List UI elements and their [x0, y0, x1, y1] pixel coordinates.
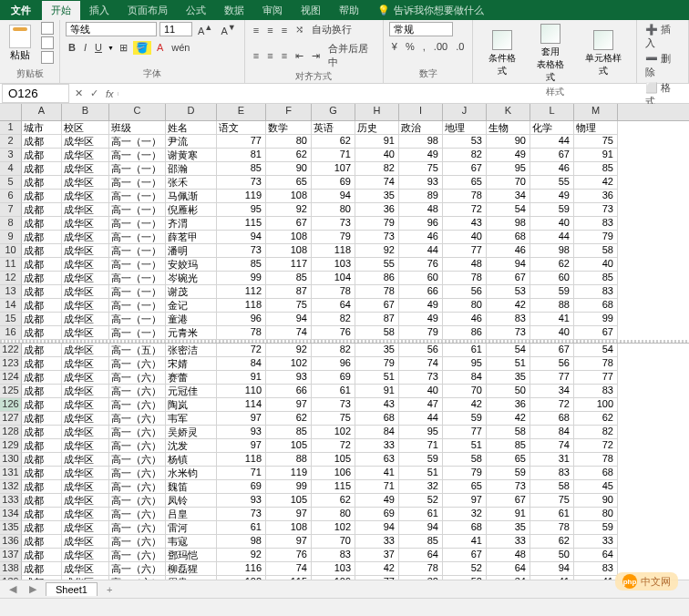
- cell[interactable]: 42: [574, 176, 618, 190]
- row-header[interactable]: 12: [0, 272, 22, 285]
- cell[interactable]: 67: [530, 344, 574, 357]
- cell[interactable]: 吴娇灵: [166, 426, 217, 439]
- cell[interactable]: 40: [530, 326, 574, 340]
- col-header-I[interactable]: I: [399, 104, 443, 120]
- cell[interactable]: 73: [312, 398, 355, 412]
- cell[interactable]: 97: [217, 439, 266, 453]
- row-header[interactable]: 15: [0, 313, 22, 326]
- cell[interactable]: 108: [266, 521, 312, 535]
- cell[interactable]: 34: [487, 190, 530, 203]
- cell[interactable]: 67: [266, 217, 312, 231]
- align-right-icon[interactable]: ≡: [279, 49, 290, 62]
- cell[interactable]: 93: [217, 494, 266, 508]
- cell[interactable]: 75: [574, 135, 618, 149]
- cell[interactable]: 元青米: [166, 326, 217, 340]
- cell[interactable]: 71: [399, 439, 443, 453]
- cell[interactable]: 83: [574, 562, 618, 576]
- cell[interactable]: 58: [487, 426, 530, 439]
- cell[interactable]: 83: [312, 549, 355, 562]
- cell[interactable]: 陶岚: [166, 398, 217, 412]
- cell[interactable]: 85: [574, 272, 618, 285]
- cell[interactable]: 76: [312, 326, 355, 340]
- font-color-button[interactable]: A: [154, 41, 166, 54]
- cell[interactable]: 雷河: [166, 521, 217, 535]
- cell[interactable]: 103: [312, 258, 355, 272]
- cell[interactable]: 金记: [166, 299, 217, 313]
- cell[interactable]: 张禾: [166, 176, 217, 190]
- cell[interactable]: 77: [530, 371, 574, 385]
- cell[interactable]: 成都: [22, 176, 62, 190]
- cell[interactable]: 成都: [22, 149, 62, 162]
- cell[interactable]: 59: [530, 285, 574, 299]
- cell[interactable]: 71: [355, 480, 399, 494]
- cell[interactable]: 成都: [22, 385, 62, 398]
- cell[interactable]: 83: [574, 285, 618, 299]
- cell[interactable]: 80: [443, 299, 487, 313]
- cell[interactable]: 78: [312, 285, 355, 299]
- cell[interactable]: 成都: [22, 285, 62, 299]
- cell[interactable]: 成华区: [62, 453, 109, 467]
- cell[interactable]: 高一（一）: [109, 149, 166, 162]
- delete-cells-button[interactable]: ➖ 删除: [643, 51, 683, 80]
- cell[interactable]: 尹流: [166, 135, 217, 149]
- cell[interactable]: 67: [443, 549, 487, 562]
- cancel-icon[interactable]: ✕: [71, 87, 87, 99]
- col-header-E[interactable]: E: [217, 104, 266, 120]
- cell[interactable]: 76: [266, 549, 312, 562]
- cell[interactable]: 94: [312, 190, 355, 203]
- row-header[interactable]: 137: [0, 549, 22, 562]
- cell[interactable]: 83: [487, 313, 530, 326]
- cell[interactable]: 70: [443, 385, 487, 398]
- cell[interactable]: 72: [443, 203, 487, 217]
- cell[interactable]: 高一（一）: [109, 162, 166, 176]
- cell[interactable]: 85: [399, 535, 443, 549]
- row-header[interactable]: 2: [0, 135, 22, 149]
- cell[interactable]: 69: [355, 508, 399, 521]
- cell[interactable]: 72: [574, 439, 618, 453]
- cell[interactable]: 94: [530, 562, 574, 576]
- cell[interactable]: 90: [574, 494, 618, 508]
- cell[interactable]: 97: [443, 494, 487, 508]
- cell[interactable]: 40: [530, 217, 574, 231]
- cell[interactable]: 成华区: [62, 508, 109, 521]
- cell[interactable]: 43: [443, 217, 487, 231]
- cell[interactable]: 33: [355, 535, 399, 549]
- cell[interactable]: 韦军: [166, 412, 217, 426]
- cell[interactable]: 成都: [22, 190, 62, 203]
- row-header[interactable]: 4: [0, 162, 22, 176]
- row-header[interactable]: 16: [0, 326, 22, 340]
- cell[interactable]: 校区: [62, 121, 109, 135]
- cell[interactable]: 语文: [217, 121, 266, 135]
- cell[interactable]: 73: [217, 244, 266, 258]
- cell[interactable]: 魏笛: [166, 480, 217, 494]
- cell[interactable]: 68: [530, 412, 574, 426]
- row-header[interactable]: 125: [0, 385, 22, 398]
- sheet-add-button[interactable]: +: [103, 584, 116, 595]
- menu-view[interactable]: 视图: [292, 1, 330, 20]
- cell[interactable]: 44: [530, 135, 574, 149]
- cell[interactable]: 42: [487, 412, 530, 426]
- cell[interactable]: 102: [312, 521, 355, 535]
- cell[interactable]: 成华区: [62, 535, 109, 549]
- cell[interactable]: 41: [443, 535, 487, 549]
- tell-me[interactable]: 💡 告诉我你想要做什么: [377, 4, 484, 17]
- cell[interactable]: 119: [266, 467, 312, 480]
- cell[interactable]: 44: [399, 244, 443, 258]
- cell[interactable]: 童港: [166, 313, 217, 326]
- cell[interactable]: 91: [355, 135, 399, 149]
- merge-button[interactable]: 合并后居中: [325, 41, 377, 70]
- cell[interactable]: 94: [355, 521, 399, 535]
- cell[interactable]: 吕皇: [166, 508, 217, 521]
- cell[interactable]: 成华区: [62, 344, 109, 357]
- cell[interactable]: 63: [355, 453, 399, 467]
- cell[interactable]: 化学: [530, 121, 574, 135]
- cell[interactable]: 71: [217, 467, 266, 480]
- cell[interactable]: 68: [487, 231, 530, 244]
- cell[interactable]: 85: [266, 272, 312, 285]
- cell[interactable]: 96: [399, 217, 443, 231]
- currency-icon[interactable]: ¥: [389, 40, 400, 53]
- cell[interactable]: 成都: [22, 231, 62, 244]
- cell[interactable]: 成华区: [62, 272, 109, 285]
- cell[interactable]: 62: [530, 535, 574, 549]
- cell[interactable]: 高一（一）: [109, 244, 166, 258]
